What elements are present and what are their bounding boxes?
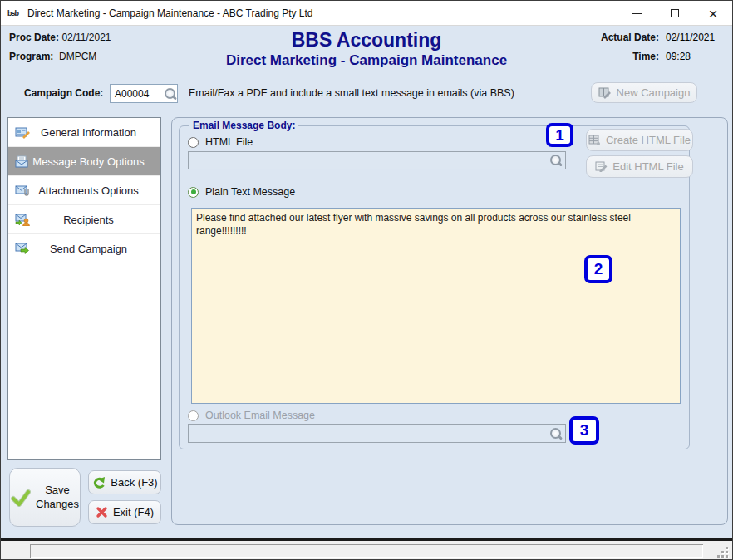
campaign-code-value: A00004: [115, 88, 164, 100]
send-campaign-icon: [15, 242, 30, 255]
edit-html-label: Edit HTML File: [612, 160, 683, 173]
edit-html-icon: [595, 161, 608, 172]
sidebar-item-label: Send Campaign: [8, 243, 160, 255]
sidebar-item-recipients[interactable]: Recipients: [8, 205, 160, 234]
minimize-button[interactable]: [617, 1, 656, 26]
window-controls: ×: [617, 1, 732, 26]
back-label: Back (F3): [111, 476, 157, 489]
outlook-search-icon[interactable]: [549, 427, 563, 440]
html-file-path-input[interactable]: [188, 151, 566, 169]
create-html-file-button[interactable]: Create HTML File: [586, 129, 693, 151]
sidebar-item-send-campaign[interactable]: Send Campaign: [8, 234, 160, 263]
html-file-label: HTML File: [205, 136, 253, 148]
html-file-radio[interactable]: [188, 137, 199, 148]
status-message-panel: [30, 544, 703, 558]
edit-html-file-button[interactable]: Edit HTML File: [586, 155, 693, 178]
sidebar-item-label: General Information: [8, 126, 160, 139]
new-campaign-icon: [598, 87, 612, 99]
campaign-code-input[interactable]: A00004: [110, 84, 178, 103]
sidebar-item-general-information[interactable]: General Information: [8, 118, 160, 147]
annotation-marker-1: 1: [546, 123, 573, 147]
actual-date-value: 02/11/2021: [666, 32, 724, 43]
plain-text-radio[interactable]: [188, 187, 199, 198]
save-changes-label: Save Changes: [36, 484, 79, 511]
annotation-marker-2: 2: [584, 255, 612, 283]
sidebar-item-attachments-options[interactable]: Attachments Options: [8, 176, 160, 205]
attachments-options-icon: [15, 184, 30, 197]
general-information-icon: [15, 125, 30, 139]
maximize-icon: [671, 9, 679, 17]
campaign-description: Email/Fax a PDF and include a small text…: [189, 87, 514, 99]
save-changes-button[interactable]: Save Changes: [9, 468, 81, 527]
sidebar-item-message-body-options[interactable]: Message Body Options: [8, 147, 160, 176]
header: Proc Date: 02/11/2021 Program: DMPCM BBS…: [1, 26, 732, 80]
recipients-icon: [15, 213, 30, 226]
sidebar: General Information Message Body Options…: [7, 117, 161, 460]
search-icon[interactable]: [164, 87, 177, 101]
campaign-bar: Campaign Code: A00004 Email/Fax a PDF an…: [1, 80, 732, 113]
html-file-search-icon[interactable]: [549, 154, 563, 167]
actual-date-label: Actual Date:: [601, 32, 659, 43]
close-button[interactable]: ×: [694, 1, 732, 26]
app-icon: bsb: [7, 6, 22, 20]
save-check-icon: [11, 489, 31, 507]
exit-button[interactable]: Exit (F4): [88, 500, 161, 524]
plain-text-label: Plain Text Message: [205, 186, 295, 198]
message-body-options-icon: [15, 155, 30, 168]
main-panel: Email Message Body: HTML File Create HTM…: [171, 117, 728, 525]
maximize-button[interactable]: [656, 1, 694, 26]
minimize-icon: [632, 13, 642, 14]
outlook-message-input[interactable]: [188, 424, 566, 443]
window-title: Direct Marketing - Campaign Maintenance …: [27, 7, 313, 19]
plain-text-message-area[interactable]: Please find attached our latest flyer wi…: [191, 208, 681, 404]
outlook-radio[interactable]: [188, 410, 199, 421]
time-value: 09:28: [666, 51, 724, 62]
back-arrow-icon: [91, 476, 106, 489]
back-button[interactable]: Back (F3): [88, 470, 161, 494]
sidebar-item-label: Recipients: [8, 214, 160, 226]
outlook-label: Outlook Email Message: [205, 410, 315, 421]
close-icon: ×: [708, 6, 717, 22]
new-campaign-label: New Campaign: [617, 86, 691, 99]
exit-x-icon: [96, 506, 108, 518]
sidebar-item-label: Message Body Options: [8, 155, 160, 168]
group-title: Email Message Body:: [189, 120, 298, 131]
new-campaign-button[interactable]: New Campaign: [591, 82, 697, 103]
time-label: Time:: [601, 51, 659, 62]
resize-grip[interactable]: [717, 547, 729, 558]
status-bar: [1, 541, 732, 560]
annotation-marker-3: 3: [569, 416, 599, 445]
email-message-body-group: Email Message Body: HTML File Create HTM…: [179, 125, 690, 449]
title-bar[interactable]: bsb Direct Marketing - Campaign Maintena…: [1, 1, 732, 26]
create-html-icon: [588, 135, 601, 145]
sidebar-item-label: Attachments Options: [8, 184, 160, 197]
app-window: bsb Direct Marketing - Campaign Maintena…: [0, 0, 733, 560]
campaign-code-label: Campaign Code:: [24, 87, 103, 99]
exit-label: Exit (F4): [113, 506, 154, 518]
create-html-label: Create HTML File: [606, 134, 691, 146]
